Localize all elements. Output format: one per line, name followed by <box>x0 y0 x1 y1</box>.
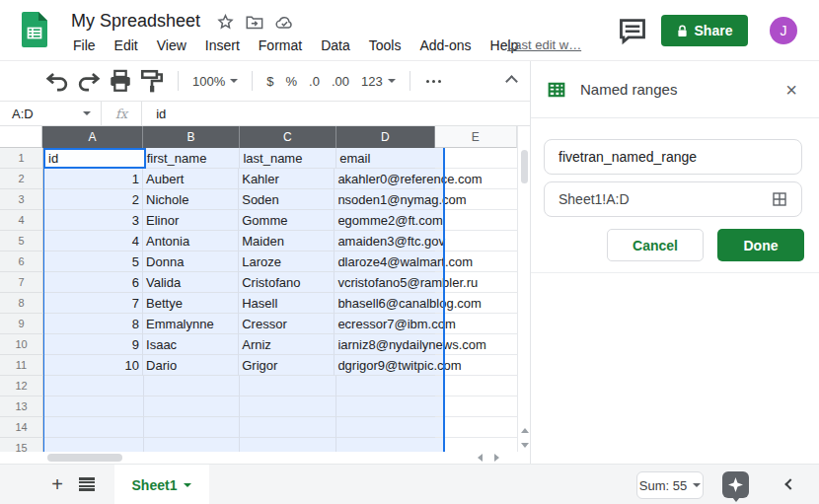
scroll-right-icon[interactable] <box>494 454 499 462</box>
row-header-8[interactable]: 8 <box>0 293 43 314</box>
menu-item-format[interactable]: Format <box>257 36 304 54</box>
selection-border-right[interactable] <box>443 148 445 452</box>
collapse-toolbar-icon[interactable] <box>505 75 518 88</box>
cell[interactable]: Kahler <box>239 169 335 189</box>
cell[interactable] <box>144 417 241 438</box>
cell[interactable] <box>240 417 336 438</box>
document-title[interactable]: My Spreadsheet <box>71 11 200 32</box>
cell[interactable]: Valida <box>143 272 239 293</box>
cell[interactable] <box>43 376 144 396</box>
increase-decimal-button[interactable]: .00 <box>326 68 355 94</box>
cell[interactable]: 9 <box>43 334 143 355</box>
cell[interactable]: 4 <box>43 231 143 252</box>
horizontal-scrollbar[interactable] <box>0 452 530 464</box>
select-data-range-icon[interactable] <box>772 191 787 207</box>
cell[interactable] <box>336 396 435 417</box>
column-header-d[interactable]: D <box>336 126 435 148</box>
comment-history-icon[interactable] <box>618 18 647 45</box>
cell[interactable]: Donna <box>143 252 239 272</box>
cell[interactable]: Gomme <box>239 210 335 231</box>
column-header-e[interactable]: E <box>435 126 517 148</box>
cell[interactable] <box>435 417 517 438</box>
zoom-select[interactable]: 100% <box>186 68 244 94</box>
cell[interactable]: akahler0@reference.com <box>335 169 435 189</box>
cell[interactable]: bhasell6@canalblog.com <box>335 293 435 314</box>
format-percent-button[interactable]: % <box>279 68 303 94</box>
cell[interactable]: dlaroze4@walmart.com <box>335 252 435 272</box>
cell[interactable]: ecressor7@ibm.com <box>335 314 435 334</box>
row-header-1[interactable]: 1 <box>0 148 43 169</box>
cell[interactable] <box>43 417 144 438</box>
cell[interactable]: 6 <box>43 272 143 293</box>
cell[interactable] <box>240 376 336 396</box>
vertical-scrollbar-thumb[interactable] <box>521 150 528 183</box>
cell[interactable] <box>435 438 517 452</box>
cell[interactable] <box>435 148 517 169</box>
decrease-decimal-button[interactable]: .0 <box>303 68 326 94</box>
cell[interactable]: Cristofano <box>239 272 335 293</box>
cell[interactable]: Emmalynne <box>143 314 239 334</box>
cell[interactable] <box>336 417 435 438</box>
print-icon[interactable] <box>107 68 134 94</box>
horizontal-scrollbar-thumb[interactable] <box>47 454 122 462</box>
format-currency-button[interactable]: $ <box>261 68 279 94</box>
cell[interactable] <box>435 210 517 231</box>
undo-icon[interactable] <box>43 68 71 94</box>
sheets-logo-icon[interactable] <box>22 12 47 47</box>
explore-button[interactable] <box>722 471 749 498</box>
cell[interactable]: Grigor <box>239 355 335 376</box>
cell[interactable]: Laroze <box>239 252 335 272</box>
cell[interactable] <box>435 396 517 417</box>
all-sheets-icon[interactable] <box>79 477 95 491</box>
done-button[interactable]: Done <box>717 229 804 261</box>
row-header-9[interactable]: 9 <box>0 314 43 334</box>
cell[interactable] <box>43 396 144 417</box>
cell[interactable]: egomme2@ft.com <box>335 210 435 231</box>
cell[interactable] <box>144 376 241 396</box>
row-header-7[interactable]: 7 <box>0 272 43 293</box>
formula-input[interactable]: id <box>142 107 166 121</box>
collapse-panel-icon[interactable] <box>784 478 795 489</box>
cell[interactable]: amaiden3@ftc.gov <box>335 231 435 252</box>
cell[interactable]: Aubert <box>143 169 239 189</box>
cell[interactable]: Maiden <box>239 231 335 252</box>
cell[interactable]: Isaac <box>143 334 239 355</box>
cell[interactable] <box>336 376 435 396</box>
cell[interactable] <box>336 438 435 452</box>
cancel-button[interactable]: Cancel <box>607 229 704 261</box>
row-header-6[interactable]: 6 <box>0 252 43 272</box>
select-all-corner[interactable] <box>0 126 42 148</box>
cell[interactable]: Elinor <box>143 210 239 231</box>
cell[interactable] <box>144 396 241 417</box>
row-header-4[interactable]: 4 <box>0 210 43 231</box>
cloud-status-icon[interactable] <box>275 15 294 30</box>
menu-item-data[interactable]: Data <box>319 36 352 54</box>
cell[interactable]: dgrigor9@twitpic.com <box>335 355 435 376</box>
menu-item-file[interactable]: File <box>71 36 98 54</box>
cell[interactable]: Hasell <box>239 293 335 314</box>
range-name-input[interactable]: fivetran_named_range <box>544 139 802 175</box>
close-icon[interactable]: × <box>780 78 803 102</box>
cell[interactable] <box>240 396 336 417</box>
cell[interactable]: Antonia <box>143 231 239 252</box>
cell[interactable]: vcristofano5@rambler.ru <box>335 272 435 293</box>
more-toolbar-icon[interactable] <box>418 80 449 83</box>
menu-item-view[interactable]: View <box>155 36 188 54</box>
cell[interactable]: Cressor <box>239 314 335 334</box>
cell[interactable]: last_name <box>240 148 336 169</box>
cell[interactable]: email <box>336 148 435 169</box>
row-header-3[interactable]: 3 <box>0 189 43 210</box>
range-reference-input[interactable]: Sheet1!A:D <box>544 181 802 217</box>
row-header-15[interactable]: 15 <box>0 438 43 452</box>
name-box[interactable]: A:D <box>0 102 102 125</box>
add-sheet-button[interactable]: + <box>45 472 69 496</box>
cell[interactable]: first_name <box>144 148 241 169</box>
row-header-11[interactable]: 11 <box>0 355 43 376</box>
column-header-b[interactable]: B <box>143 126 240 148</box>
star-icon[interactable] <box>217 14 234 31</box>
redo-icon[interactable] <box>75 68 103 94</box>
cell[interactable]: 5 <box>43 252 143 272</box>
column-header-a[interactable]: A <box>42 126 143 148</box>
cell[interactable] <box>435 376 517 396</box>
cell[interactable]: 8 <box>43 314 143 334</box>
